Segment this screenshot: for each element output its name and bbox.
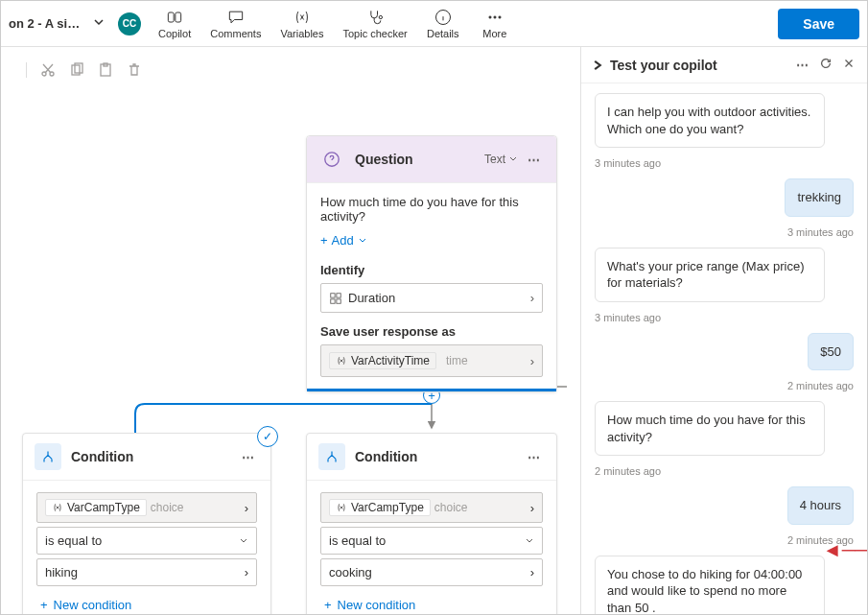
topic-checker-button[interactable]: Topic checker <box>335 6 414 41</box>
topic-dropdown[interactable] <box>89 12 108 35</box>
plus-icon: + <box>40 598 48 612</box>
svg-point-5 <box>494 16 496 18</box>
add-prompt-button[interactable]: + Add <box>320 229 543 251</box>
test-panel-title: Test your copilot <box>610 58 788 73</box>
comment-icon <box>226 8 246 27</box>
copy-button[interactable] <box>69 62 84 81</box>
variables-icon <box>293 8 312 27</box>
plus-icon: + <box>320 233 328 248</box>
node-more-button[interactable]: ⋯ <box>524 450 545 464</box>
condition-variable[interactable]: VarCampType choice › <box>36 492 257 523</box>
chevron-right-icon: › <box>530 291 534 305</box>
identify-label: Identify <box>320 263 543 277</box>
new-condition-button[interactable]: + New condition <box>36 590 257 614</box>
bot-message: How much time do you have for this activ… <box>595 401 825 456</box>
save-response-label: Save user response as <box>320 324 543 339</box>
save-button[interactable]: Save <box>778 9 859 39</box>
node-more-button[interactable]: ⋯ <box>238 450 259 464</box>
chevron-down-icon <box>358 236 367 246</box>
condition-variable[interactable]: VarCampType choice › <box>320 492 543 523</box>
condition-operator[interactable]: is equal to <box>320 527 543 555</box>
cut-button[interactable] <box>40 62 56 81</box>
condition-node-2[interactable]: Condition ⋯ VarCampType choice › is equa… <box>306 433 557 614</box>
condition-value[interactable]: hiking › <box>36 558 257 586</box>
variable-icon <box>336 355 347 367</box>
timestamp: 3 minutes ago <box>595 312 661 323</box>
check-badge-icon: ✓ <box>257 426 278 447</box>
chevron-right-icon: › <box>530 501 534 515</box>
copilot-button[interactable]: Copilot <box>151 6 199 41</box>
svg-point-4 <box>489 16 491 18</box>
chat-transcript[interactable]: I can help you with outdoor activities. … <box>581 83 867 614</box>
collapse-icon[interactable] <box>591 59 604 72</box>
persona-avatar[interactable]: CC <box>118 12 141 35</box>
chevron-down-icon <box>525 536 534 546</box>
svg-rect-17 <box>337 298 340 302</box>
copy-icon <box>69 62 84 78</box>
info-icon <box>434 8 453 27</box>
condition-node-1[interactable]: ✓ Condition ⋯ VarCampType choice › <box>22 433 271 614</box>
details-button[interactable]: Details <box>419 6 467 41</box>
condition-value[interactable]: cooking › <box>320 558 543 586</box>
paste-button[interactable] <box>98 62 113 81</box>
more-icon <box>485 8 504 27</box>
chevron-right-icon: › <box>245 501 248 515</box>
svg-point-2 <box>379 15 382 18</box>
timestamp: 3 minutes ago <box>787 226 854 238</box>
bot-message: I can help you with outdoor activities. … <box>595 93 825 148</box>
topic-title: on 2 - A sim… <box>9 16 85 31</box>
question-prompt: How much time do you have for this activ… <box>320 195 543 224</box>
test-copilot-panel: Test your copilot ⋯ I can help you with … <box>581 47 867 614</box>
refresh-icon <box>819 57 833 70</box>
timestamp: 2 minutes ago <box>595 465 661 477</box>
close-panel-button[interactable] <box>840 55 857 75</box>
branch-icon <box>35 443 61 470</box>
node-more-button[interactable]: ⋯ <box>524 153 545 167</box>
cut-icon <box>40 62 56 78</box>
variables-button[interactable]: Variables <box>272 6 331 41</box>
question-icon <box>318 146 345 173</box>
svg-rect-14 <box>331 293 335 296</box>
variable-selector[interactable]: VarActivityTime time › <box>320 344 543 377</box>
chevron-down-icon <box>239 536 248 546</box>
chevron-right-icon: › <box>530 354 534 368</box>
authoring-canvas[interactable]: + + + Question Text ⋯ How much time do y… <box>1 47 581 614</box>
variable-icon <box>52 502 63 513</box>
chevron-down-icon <box>93 16 105 28</box>
reset-button[interactable] <box>817 55 834 75</box>
trash-icon <box>127 62 142 78</box>
question-node[interactable]: Question Text ⋯ How much time do you hav… <box>306 135 557 392</box>
response-type-selector[interactable]: Text <box>484 153 518 166</box>
timestamp: 2 minutes ago <box>787 380 854 391</box>
svg-point-6 <box>499 16 501 18</box>
svg-rect-1 <box>176 12 181 22</box>
bot-message: What's your price range (Max price) for … <box>595 248 825 302</box>
svg-rect-0 <box>168 12 174 22</box>
svg-rect-16 <box>331 298 335 302</box>
panel-more-button[interactable]: ⋯ <box>794 56 811 74</box>
timestamp: 3 minutes ago <box>595 157 661 169</box>
close-icon <box>842 57 856 70</box>
user-message: 4 hours <box>787 486 854 525</box>
stethoscope-icon <box>365 8 385 27</box>
chevron-down-icon <box>508 154 518 164</box>
mini-toolbar <box>18 57 150 86</box>
delete-button[interactable] <box>127 62 142 81</box>
identify-selector[interactable]: Duration › <box>320 283 543 313</box>
more-button[interactable]: More <box>471 6 519 41</box>
plus-icon: + <box>324 598 332 612</box>
variable-icon <box>336 502 347 513</box>
user-message: trekking <box>785 178 854 217</box>
chevron-right-icon: › <box>245 565 248 580</box>
new-condition-button[interactable]: + New condition <box>320 590 543 614</box>
paste-icon <box>98 62 113 78</box>
condition-operator[interactable]: is equal to <box>36 527 257 555</box>
copilot-icon <box>165 8 184 27</box>
user-message: $50 <box>808 333 854 371</box>
branch-icon <box>318 443 345 470</box>
bot-message: You chose to do hiking for 04:00:00 and … <box>595 556 825 614</box>
entity-icon <box>329 292 342 305</box>
chevron-right-icon: › <box>530 565 534 580</box>
highlight-arrow-icon: ◄── <box>823 539 867 561</box>
comments-button[interactable]: Comments <box>202 6 269 41</box>
